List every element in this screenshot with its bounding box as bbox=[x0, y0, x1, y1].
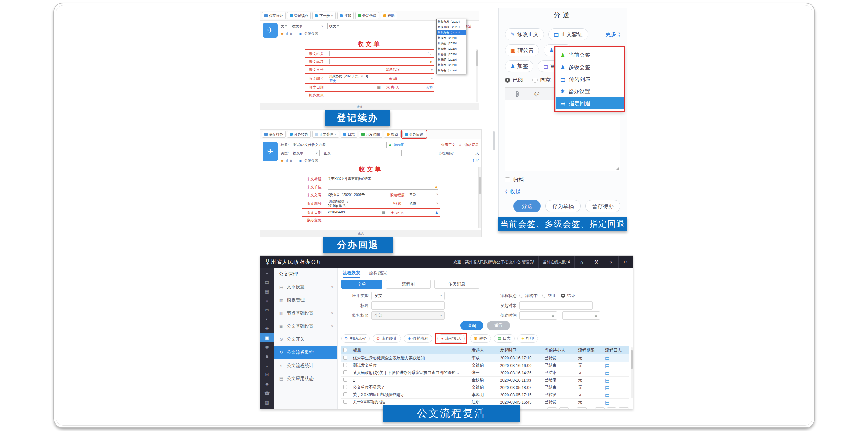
scrollbar[interactable] bbox=[631, 347, 633, 398]
next-page-button[interactable]: > bbox=[595, 407, 604, 409]
menu-circulation-list[interactable]: ▤传阅列表 bbox=[556, 73, 624, 85]
handler-link[interactable]: 已转发 bbox=[542, 398, 576, 406]
seg-form[interactable]: 文单 bbox=[341, 280, 382, 289]
revive-process-button[interactable]: ♥流程复活 bbox=[437, 334, 465, 343]
urgency-field[interactable]: 平急∨ bbox=[408, 191, 440, 199]
handler-link[interactable]: 已结束 bbox=[542, 369, 576, 376]
rail-icon[interactable]: ▩ bbox=[260, 398, 274, 407]
flow-record-link[interactable]: 流转记录 bbox=[465, 143, 479, 147]
log-doc-icon[interactable]: ▤ bbox=[605, 385, 609, 390]
edit-body-button[interactable]: ✎修改正文 bbox=[505, 28, 544, 40]
print-button[interactable]: ✚打印 bbox=[518, 334, 538, 343]
mention-icon[interactable]: @ bbox=[534, 91, 540, 97]
receive-number-field[interactable]: 州政办秘收∨2019年 第 号 bbox=[326, 199, 387, 209]
deadline-input[interactable] bbox=[456, 150, 473, 156]
radio-terminated[interactable]: 终止 bbox=[542, 293, 556, 299]
tab-process-recovery[interactable]: 流程恢复 bbox=[343, 268, 361, 278]
rail-icon[interactable]: ▦ bbox=[260, 287, 274, 296]
rail-icon[interactable]: ✉ bbox=[260, 305, 274, 314]
save-todo-button[interactable]: 保存待办 bbox=[262, 131, 285, 138]
table-row[interactable]: 关于XX事项的报告汪明2020-03-05 16:45已转发无▤ bbox=[341, 398, 629, 406]
radio-finished[interactable]: 结束 bbox=[561, 293, 575, 299]
calendar-icon[interactable]: ▦ bbox=[382, 210, 385, 215]
title-filter-input[interactable] bbox=[371, 302, 445, 310]
radio-flowing[interactable]: 流转中 bbox=[519, 293, 537, 299]
last-page-button[interactable]: >| bbox=[607, 407, 616, 409]
body-link[interactable]: 正文 bbox=[285, 158, 292, 163]
dropdown-option[interactable]: 州办发〔2020〕 bbox=[437, 63, 466, 68]
dropdown-option-selected[interactable]: 州政办电〔2020〕 bbox=[437, 30, 466, 35]
flow-chart-link[interactable]: 流程图 bbox=[394, 143, 404, 147]
print-button[interactable]: 打印 bbox=[337, 12, 354, 19]
secret-level-select[interactable]: ∨ bbox=[404, 74, 434, 84]
date-from-input[interactable]: ▦ bbox=[519, 311, 557, 320]
title-input[interactable]: ◆ bbox=[329, 59, 433, 64]
dropdown-option[interactable]: 州政发〔2020〕 bbox=[437, 35, 466, 41]
logout-icon[interactable]: ↦ bbox=[618, 255, 633, 268]
resize-handle[interactable] bbox=[616, 167, 619, 170]
table-row[interactable]: 1金钱豹2020-03-16 11:03已结束无▤ bbox=[341, 376, 629, 384]
target-filter-input[interactable] bbox=[519, 302, 593, 310]
add-sign-button[interactable]: ♟加签 bbox=[505, 60, 533, 72]
doc-template-select[interactable]: 收文单∨ bbox=[327, 23, 455, 29]
log-button[interactable]: ▤日志 bbox=[494, 334, 515, 343]
rail-icon[interactable]: ♞ bbox=[260, 351, 274, 361]
handler-link[interactable]: 已转发 bbox=[542, 355, 576, 362]
archive-checkbox[interactable]: 归档 bbox=[505, 176, 620, 183]
calendar-icon[interactable]: ▦ bbox=[551, 314, 554, 317]
sender-org-input[interactable]: ⌃⌄ bbox=[329, 51, 433, 57]
number-select[interactable]: ∨ bbox=[360, 74, 364, 79]
init-process-button[interactable]: ↻初始流程 bbox=[341, 334, 370, 343]
rail-icon[interactable]: ◒ bbox=[260, 361, 274, 370]
sidebar-item-app-status[interactable]: ▤公文应用状态 bbox=[274, 372, 337, 385]
view-body-link[interactable]: 查看正文 bbox=[441, 143, 455, 147]
log-doc-icon[interactable]: ▤ bbox=[605, 370, 609, 375]
dropdown-option[interactable]: 州政办发〔2020〕 bbox=[437, 19, 466, 25]
collapse-handle[interactable] bbox=[493, 131, 495, 150]
distribute-read-button[interactable]: 分发传阅 bbox=[359, 131, 382, 138]
to-announcement-button[interactable]: ▣转公告 bbox=[505, 44, 539, 56]
sidebar-item-template[interactable]: ▦模板管理 bbox=[274, 294, 337, 307]
red-template-button[interactable]: ▤正文套红 bbox=[548, 28, 588, 40]
log-button[interactable]: 日志 bbox=[341, 131, 357, 138]
next-step-button[interactable]: 下一步∨ bbox=[312, 12, 336, 19]
body-process-button[interactable]: 正文处理∨ bbox=[312, 131, 339, 138]
seg-circulation[interactable]: 传阅消息 bbox=[434, 280, 479, 289]
table-row[interactable]: 关于XXX的应用视频资料请示李晓明2020-03-05 17:15已转发无▤ bbox=[341, 391, 629, 398]
attachment-icon[interactable]: ◆ bbox=[430, 60, 432, 63]
rail-icon[interactable]: ◈ bbox=[260, 296, 274, 305]
sidebar-item-doc-settings[interactable]: ▣公文基础设置∨ bbox=[274, 320, 337, 333]
row-checkbox[interactable] bbox=[343, 370, 347, 374]
radio-agree[interactable]: 同意 bbox=[532, 76, 551, 84]
body-link[interactable]: 正文 bbox=[285, 31, 292, 36]
scrollbar[interactable] bbox=[478, 167, 481, 228]
search-button[interactable]: 查询 bbox=[460, 321, 483, 330]
spinner-icon[interactable]: ⌃⌄ bbox=[427, 52, 432, 55]
rollback-button[interactable]: 分办回退 bbox=[402, 131, 426, 138]
save-todo-button[interactable]: 暂存待办 bbox=[585, 200, 620, 212]
dropdown-option[interactable]: 州政办函〔2020〕 bbox=[437, 25, 466, 30]
share-read-link[interactable]: 分发传阅 bbox=[304, 31, 318, 36]
select-all-checkbox[interactable] bbox=[343, 348, 347, 352]
page-number-input[interactable]: 2 bbox=[577, 407, 587, 409]
dropdown-option[interactable]: 州政电〔2020〕 bbox=[437, 46, 466, 52]
collapse-link[interactable]: ∧∧收起 bbox=[505, 188, 620, 195]
choose-handler-link[interactable]: 选择 bbox=[426, 85, 433, 90]
log-doc-icon[interactable]: ▤ bbox=[605, 378, 609, 383]
urgency-select[interactable]: ∨ bbox=[404, 66, 434, 74]
radio-read[interactable]: 已阅 bbox=[505, 76, 524, 84]
reset-button[interactable]: 重置 bbox=[487, 321, 510, 330]
help-button[interactable]: 帮助 bbox=[384, 131, 401, 138]
receive-date-input[interactable]: ▦ bbox=[328, 84, 382, 92]
dropdown-option[interactable]: 州府任〔2020〕 bbox=[437, 52, 466, 57]
table-row[interactable]: 测试发文单位金钱豹2020-03-16 16:00已结束无▤ bbox=[341, 362, 629, 369]
register-continue-button[interactable]: 登记续办 bbox=[287, 12, 311, 19]
log-doc-icon[interactable]: ▤ bbox=[605, 400, 609, 405]
choose-handler-icon[interactable]: ♟ bbox=[435, 211, 438, 215]
share-read-link[interactable]: 分发传阅 bbox=[304, 158, 318, 163]
title-field[interactable]: 关于XXX文件需要审批的请示 bbox=[326, 175, 440, 183]
sender-unit-input[interactable]: ◆ bbox=[328, 184, 438, 190]
sidebar-item-process-stats[interactable]: ◐公文流程统计 bbox=[274, 359, 337, 372]
doc-number-input[interactable] bbox=[328, 66, 382, 74]
row-checkbox[interactable] bbox=[343, 392, 347, 396]
